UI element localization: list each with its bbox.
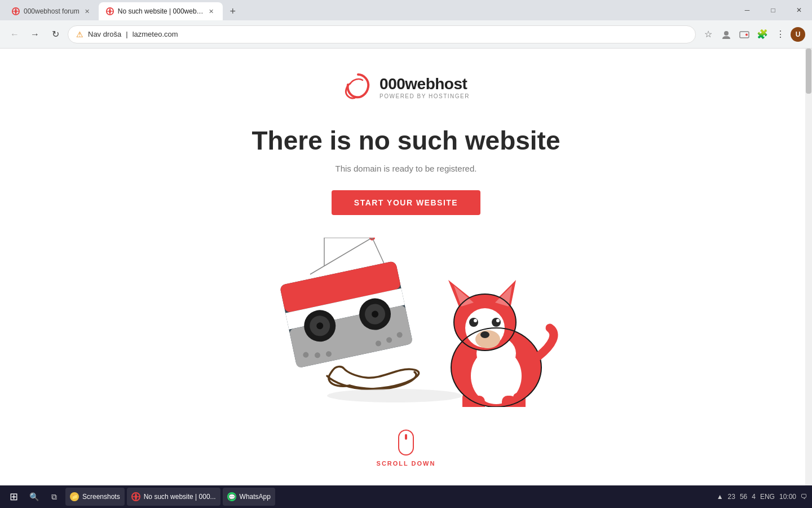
taskbar-items: 4 [752, 493, 756, 501]
whatsapp-label: WhatsApp [240, 493, 271, 501]
taskbar-indicators: ▲ [717, 493, 723, 501]
svg-point-37 [492, 318, 501, 327]
url-bar[interactable]: ⚠ Nav droša | lazmeteo.com [68, 25, 696, 43]
cta-button[interactable]: START YOUR WEBSITE [332, 190, 480, 215]
whatsapp-icon: 💬 [227, 492, 236, 501]
screenshots-label: Screenshots [82, 493, 120, 501]
new-tab-button[interactable]: + [225, 3, 241, 19]
tab2-label: No such website | 000webhost [118, 7, 204, 15]
svg-point-6 [745, 33, 748, 36]
tab1-label: 000webhost forum [24, 7, 80, 15]
svg-point-28 [327, 389, 462, 402]
page-inner: 000webhost POWERED BY HOSTINGER There is… [0, 49, 812, 489]
start-button[interactable]: ⊞ [5, 488, 23, 506]
tab1-favicon [11, 7, 20, 16]
mouse-icon [398, 430, 414, 456]
taskbar-battery: 23 [728, 493, 735, 501]
taskbar-app-screenshots[interactable]: 📁 Screenshots [65, 488, 125, 506]
warning-icon: ⚠ [76, 30, 83, 39]
search-button[interactable]: 🔍 [25, 488, 43, 506]
tab2-favicon [105, 7, 114, 16]
taskbar: ⊞ 🔍 ⧉ 📁 Screenshots No such website | 00… [0, 485, 812, 508]
illustration [237, 238, 575, 407]
mouse-wheel [405, 434, 407, 440]
svg-point-36 [469, 318, 478, 327]
scroll-label: SCROLL DOWN [377, 460, 436, 467]
taskbar-right: ▲ 23 56 4 ENG 10:00 🗨 [717, 493, 807, 501]
chrome-window: 000webhost forum ✕ No such website | 000… [0, 0, 812, 508]
reload-button[interactable]: ↻ [47, 27, 63, 42]
taskbar-num: 56 [740, 493, 747, 501]
logo-name: 000webhost [379, 75, 470, 93]
page-content: 000webhost POWERED BY HOSTINGER There is… [0, 49, 812, 508]
taskbar-app-whatsapp[interactable]: 💬 WhatsApp [223, 488, 275, 506]
wallet-icon[interactable] [736, 27, 752, 42]
maximize-button[interactable]: □ [760, 0, 786, 20]
profile-avatar[interactable]: U [791, 27, 805, 42]
tab1-close[interactable]: ✕ [83, 7, 92, 16]
taskbar-lang: ENG [760, 493, 775, 501]
svg-rect-48 [513, 393, 526, 407]
extensions-icon[interactable]: 🧩 [754, 27, 770, 42]
tabs-area: 000webhost forum ✕ No such website | 000… [0, 0, 241, 20]
close-button[interactable]: ✕ [786, 0, 812, 20]
main-heading: There is no such website [251, 125, 560, 156]
svg-point-39 [496, 319, 500, 322]
logo-text-area: 000webhost POWERED BY HOSTINGER [379, 75, 470, 99]
tab-1[interactable]: 000webhost forum ✕ [5, 2, 99, 20]
taskbar-time: 10:00 [779, 493, 796, 501]
toolbar-right: ☆ 🧩 ⋮ U [700, 27, 805, 42]
browser-label: No such website | 000... [144, 493, 216, 501]
logo-area: 000webhost POWERED BY HOSTINGER [342, 71, 470, 103]
star-icon[interactable]: ☆ [700, 27, 716, 42]
browser-icon [131, 492, 140, 501]
separator: | [126, 30, 127, 38]
svg-point-4 [724, 31, 729, 36]
sub-text: This domain is ready to be registered. [336, 164, 477, 173]
back-button[interactable]: ← [7, 27, 23, 42]
forward-button[interactable]: → [27, 27, 43, 42]
scroll-indicator: SCROLL DOWN [377, 430, 436, 467]
taskbar-notification: 🗨 [801, 493, 807, 501]
url-text: lazmeteo.com [133, 30, 687, 38]
address-bar: ← → ↻ ⚠ Nav droša | lazmeteo.com ☆ 🧩 ⋮ U [0, 20, 812, 49]
account-icon[interactable] [718, 27, 734, 42]
minimize-button[interactable]: ─ [734, 0, 760, 20]
scrollbar[interactable] [805, 49, 812, 485]
tab2-close[interactable]: ✕ [207, 7, 216, 16]
logo-tagline: POWERED BY HOSTINGER [379, 93, 470, 99]
taskbar-app-browser[interactable]: No such website | 000... [127, 488, 220, 506]
tab-2[interactable]: No such website | 000webhost ✕ [99, 2, 223, 20]
nav-label: Nav droša [88, 30, 121, 38]
task-view-button[interactable]: ⧉ [45, 488, 63, 506]
svg-point-35 [480, 331, 489, 338]
title-bar: 000webhost forum ✕ No such website | 000… [0, 0, 812, 20]
svg-point-38 [474, 319, 477, 322]
window-controls: ─ □ ✕ [734, 0, 812, 20]
screenshots-icon: 📁 [70, 492, 79, 501]
settings-icon[interactable]: ⋮ [773, 27, 788, 42]
scrollbar-thumb[interactable] [806, 49, 811, 94]
logo-icon [342, 71, 374, 103]
